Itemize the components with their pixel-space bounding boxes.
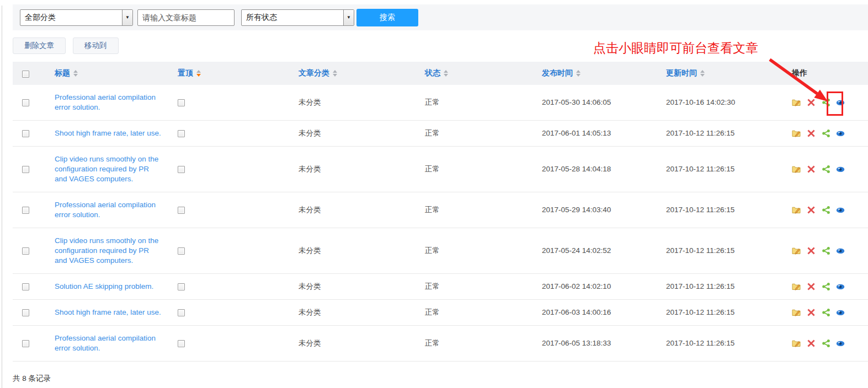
share-icon[interactable] xyxy=(822,206,830,214)
edit-icon[interactable] xyxy=(792,339,801,348)
edit-icon[interactable] xyxy=(792,246,801,255)
view-icon[interactable] xyxy=(836,308,845,317)
view-icon[interactable] xyxy=(836,246,845,255)
operations-cell xyxy=(792,300,868,326)
pin-top-checkbox[interactable] xyxy=(178,247,185,255)
column-header-title[interactable]: 标题 xyxy=(55,62,178,85)
publish-time-cell: 2017-06-02 14:02:10 xyxy=(542,274,666,300)
delete-icon[interactable] xyxy=(807,98,816,107)
row-checkbox[interactable] xyxy=(22,207,29,214)
delete-icon[interactable] xyxy=(807,206,816,214)
article-table-body: Professional aerial compilation error so… xyxy=(13,85,868,362)
sort-icon[interactable] xyxy=(444,70,448,77)
row-checkbox[interactable] xyxy=(22,309,29,316)
publish-time-cell: 2017-06-05 13:18:33 xyxy=(542,326,666,362)
table-row: Professional aerial compilation error so… xyxy=(13,192,868,228)
category-select[interactable]: 全部分类 ▼ xyxy=(20,9,133,26)
pin-top-checkbox[interactable] xyxy=(178,207,185,214)
select-all-checkbox[interactable] xyxy=(22,71,29,78)
edit-icon[interactable] xyxy=(792,282,801,291)
article-title-link[interactable]: Clip video runs smoothly on the configur… xyxy=(55,236,162,266)
row-checkbox[interactable] xyxy=(22,99,29,106)
title-cell: Professional aerial compilation error so… xyxy=(55,192,178,228)
pin-top-checkbox[interactable] xyxy=(178,340,185,347)
column-header-category[interactable]: 文章分类 xyxy=(299,62,425,85)
share-icon[interactable] xyxy=(822,282,830,291)
table-row: Shoot high frame rate, later use. 未分类 正常… xyxy=(13,300,868,326)
status-select[interactable]: 所有状态 ▼ xyxy=(241,9,354,26)
publish-time-cell: 2017-05-24 14:02:52 xyxy=(542,228,666,274)
row-checkbox-cell xyxy=(13,121,55,147)
delete-icon[interactable] xyxy=(807,282,816,291)
category-cell: 未分类 xyxy=(299,192,425,228)
row-checkbox[interactable] xyxy=(22,340,29,347)
column-header-publish-time[interactable]: 发布时间 xyxy=(542,62,666,85)
pin-top-checkbox[interactable] xyxy=(178,166,185,173)
article-title-link[interactable]: Shoot high frame rate, later use. xyxy=(55,128,161,138)
row-checkbox-cell xyxy=(13,274,55,300)
pin-top-cell xyxy=(178,147,299,192)
share-icon[interactable] xyxy=(822,246,830,255)
view-icon[interactable] xyxy=(836,129,845,138)
article-title-link[interactable]: Clip video runs smoothly on the configur… xyxy=(55,154,162,184)
view-icon[interactable] xyxy=(836,206,845,214)
pin-top-checkbox[interactable] xyxy=(178,309,185,316)
view-icon[interactable] xyxy=(836,282,845,291)
delete-icon[interactable] xyxy=(807,339,816,348)
column-header-update-time[interactable]: 更新时间 xyxy=(666,62,792,85)
operations-cell xyxy=(792,121,868,147)
sort-icon[interactable] xyxy=(576,70,581,77)
category-cell: 未分类 xyxy=(299,228,425,274)
sort-icon-desc-active[interactable] xyxy=(196,70,201,77)
search-button[interactable]: 搜索 xyxy=(356,9,418,26)
edit-icon[interactable] xyxy=(792,206,801,214)
chevron-down-icon[interactable]: ▼ xyxy=(343,10,354,25)
pin-top-checkbox[interactable] xyxy=(178,283,185,290)
sort-icon[interactable] xyxy=(700,70,705,77)
article-title-link[interactable]: Solution AE skipping problem. xyxy=(55,282,153,292)
delete-icon[interactable] xyxy=(807,246,816,255)
title-cell: Shoot high frame rate, later use. xyxy=(55,121,178,147)
status-cell: 正常 xyxy=(425,228,542,274)
article-title-link[interactable]: Professional aerial compilation error so… xyxy=(55,333,162,353)
pin-top-cell xyxy=(178,121,299,147)
column-header-status[interactable]: 状态 xyxy=(425,62,542,85)
chevron-down-icon[interactable]: ▼ xyxy=(122,10,132,25)
title-cell: Solution AE skipping problem. xyxy=(55,274,178,300)
status-cell: 正常 xyxy=(425,274,542,300)
edit-icon[interactable] xyxy=(792,308,801,317)
share-icon[interactable] xyxy=(822,308,830,317)
category-cell: 未分类 xyxy=(299,121,425,147)
title-search-input[interactable] xyxy=(137,9,235,26)
row-checkbox[interactable] xyxy=(22,247,29,255)
edit-icon[interactable] xyxy=(792,165,801,174)
pin-top-checkbox[interactable] xyxy=(178,99,185,106)
row-checkbox[interactable] xyxy=(22,130,29,137)
move-to-button[interactable]: 移动到 xyxy=(73,37,119,54)
view-icon[interactable] xyxy=(836,339,845,348)
table-row: Solution AE skipping problem. 未分类 正常 201… xyxy=(13,274,868,300)
share-icon[interactable] xyxy=(822,165,830,174)
share-icon[interactable] xyxy=(822,129,830,138)
column-header-top[interactable]: 置顶 xyxy=(178,62,299,85)
pin-top-checkbox[interactable] xyxy=(178,130,185,137)
article-title-link[interactable]: Shoot high frame rate, later use. xyxy=(55,308,161,317)
table-row: Shoot high frame rate, later use. 未分类 正常… xyxy=(13,121,868,147)
delete-articles-button[interactable]: 删除文章 xyxy=(13,37,66,54)
edit-icon[interactable] xyxy=(792,98,801,107)
article-title-link[interactable]: Professional aerial compilation error so… xyxy=(55,93,162,112)
category-cell: 未分类 xyxy=(299,147,425,192)
delete-icon[interactable] xyxy=(807,308,816,317)
operations-cell xyxy=(792,147,868,192)
edit-icon[interactable] xyxy=(792,129,801,138)
share-icon[interactable] xyxy=(822,339,830,348)
delete-icon[interactable] xyxy=(807,129,816,138)
row-checkbox[interactable] xyxy=(22,283,29,290)
row-checkbox[interactable] xyxy=(22,166,29,173)
sort-icon[interactable] xyxy=(333,70,337,77)
delete-icon[interactable] xyxy=(807,165,816,174)
article-title-link[interactable]: Professional aerial compilation error so… xyxy=(55,200,162,220)
view-icon[interactable] xyxy=(836,165,845,174)
sort-icon[interactable] xyxy=(73,70,78,77)
title-cell: Clip video runs smoothly on the configur… xyxy=(55,228,178,274)
